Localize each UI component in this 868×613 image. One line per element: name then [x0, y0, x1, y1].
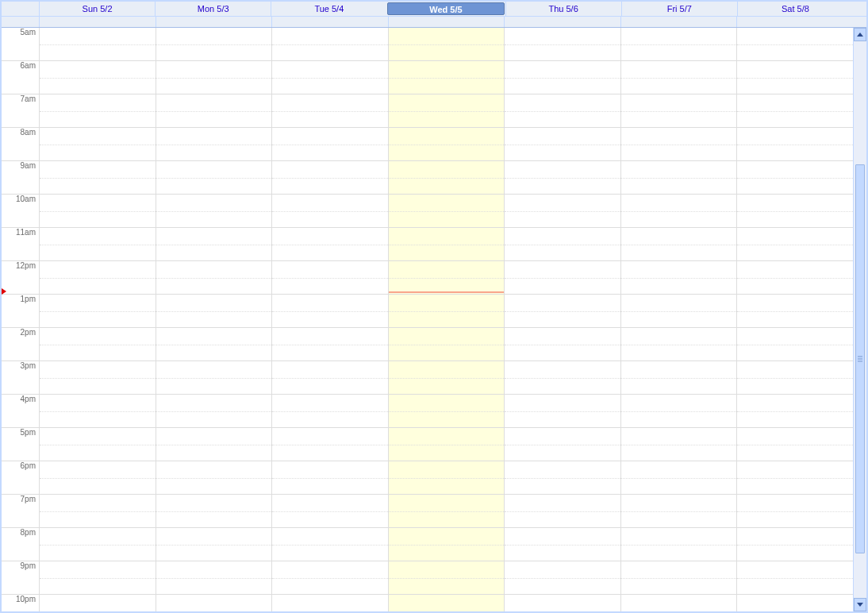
time-slot[interactable]	[156, 361, 272, 395]
time-slot[interactable]	[389, 561, 505, 595]
time-slot[interactable]	[272, 295, 388, 328]
allday-cell-5[interactable]	[620, 17, 737, 27]
time-slot[interactable]	[621, 461, 737, 495]
time-slot[interactable]	[621, 128, 737, 161]
time-slot[interactable]	[505, 328, 620, 361]
allday-cell-6[interactable]	[736, 17, 853, 27]
scroll-thumb[interactable]	[855, 164, 865, 553]
day-column-6[interactable]	[736, 28, 853, 611]
time-slot[interactable]	[389, 428, 505, 461]
time-slot[interactable]	[272, 528, 388, 561]
time-slot[interactable]	[40, 28, 156, 61]
time-slot[interactable]	[156, 228, 272, 261]
time-slot[interactable]	[621, 395, 737, 428]
time-slot[interactable]	[272, 461, 388, 495]
time-slot[interactable]	[737, 361, 853, 395]
time-slot[interactable]	[156, 61, 272, 94]
scroll-track[interactable]	[854, 41, 866, 598]
time-slot[interactable]	[40, 261, 156, 295]
time-slot[interactable]	[272, 161, 388, 195]
time-slot[interactable]	[156, 161, 272, 195]
time-slot[interactable]	[40, 495, 156, 528]
time-slot[interactable]	[621, 328, 737, 361]
time-slot[interactable]	[40, 361, 156, 395]
time-slot[interactable]	[156, 128, 272, 161]
day-column-5[interactable]	[620, 28, 737, 611]
time-slot[interactable]	[40, 161, 156, 195]
time-slot[interactable]	[389, 328, 505, 361]
time-slot[interactable]	[621, 28, 737, 61]
time-slot[interactable]	[505, 428, 620, 461]
time-slot[interactable]	[505, 128, 620, 161]
time-slot[interactable]	[505, 228, 620, 261]
time-slot[interactable]	[156, 195, 272, 228]
time-slot[interactable]	[737, 461, 853, 495]
time-slot[interactable]	[621, 561, 737, 595]
allday-cell-1[interactable]	[156, 17, 272, 27]
time-slot[interactable]	[737, 395, 853, 428]
time-slot[interactable]	[40, 94, 156, 128]
time-slot[interactable]	[40, 128, 156, 161]
time-slot[interactable]	[737, 428, 853, 461]
time-slot[interactable]	[621, 195, 737, 228]
time-slot[interactable]	[156, 295, 272, 328]
time-slot[interactable]	[156, 328, 272, 361]
time-slot[interactable]	[505, 94, 620, 128]
day-column-1[interactable]	[156, 28, 272, 611]
time-slot[interactable]	[737, 228, 853, 261]
time-slot[interactable]	[40, 195, 156, 228]
time-slot[interactable]	[40, 528, 156, 561]
time-slot[interactable]	[389, 461, 505, 495]
allday-cell-0[interactable]	[40, 17, 156, 27]
allday-cell-2[interactable]	[271, 17, 388, 27]
time-slot[interactable]	[505, 528, 620, 561]
time-slot[interactable]	[40, 595, 156, 611]
time-slot[interactable]	[737, 28, 853, 61]
time-slot[interactable]	[389, 595, 505, 611]
day-column-2[interactable]	[271, 28, 388, 611]
time-slot[interactable]	[156, 28, 272, 61]
time-slot[interactable]	[505, 28, 620, 61]
time-slot[interactable]	[156, 561, 272, 595]
time-slot[interactable]	[737, 495, 853, 528]
time-slot[interactable]	[272, 328, 388, 361]
time-slot[interactable]	[272, 228, 388, 261]
time-slot[interactable]	[156, 94, 272, 128]
time-slot[interactable]	[737, 328, 853, 361]
time-slot[interactable]	[40, 61, 156, 94]
time-slot[interactable]	[621, 61, 737, 94]
time-slot[interactable]	[621, 595, 737, 611]
day-header-2[interactable]: Tue 5/4	[271, 2, 386, 16]
time-slot[interactable]	[505, 461, 620, 495]
allday-cell-3[interactable]	[388, 17, 505, 27]
day-header-1[interactable]: Mon 5/3	[155, 2, 271, 16]
time-slot[interactable]	[156, 461, 272, 495]
time-slot[interactable]	[40, 428, 156, 461]
time-slot[interactable]	[40, 228, 156, 261]
day-header-5[interactable]: Fri 5/7	[621, 2, 737, 16]
time-slot[interactable]	[505, 495, 620, 528]
time-slot[interactable]	[156, 428, 272, 461]
time-slot[interactable]	[272, 28, 388, 61]
time-slot[interactable]	[505, 561, 620, 595]
time-slot[interactable]	[156, 528, 272, 561]
time-slot[interactable]	[40, 561, 156, 595]
time-slot[interactable]	[737, 94, 853, 128]
scroll-down-button[interactable]	[854, 598, 866, 611]
time-slot[interactable]	[40, 328, 156, 361]
time-slot[interactable]	[272, 595, 388, 611]
time-slot[interactable]	[505, 195, 620, 228]
time-slot[interactable]	[40, 295, 156, 328]
time-slot[interactable]	[389, 528, 505, 561]
time-slot[interactable]	[737, 295, 853, 328]
time-slot[interactable]	[737, 128, 853, 161]
time-slot[interactable]	[389, 128, 505, 161]
time-slot[interactable]	[389, 495, 505, 528]
time-slot[interactable]	[737, 561, 853, 595]
day-header-3[interactable]: Wed 5/5	[387, 2, 504, 15]
day-column-4[interactable]	[504, 28, 620, 611]
time-slot[interactable]	[621, 228, 737, 261]
time-slot[interactable]	[621, 528, 737, 561]
time-slot[interactable]	[156, 395, 272, 428]
time-slot[interactable]	[389, 61, 505, 94]
